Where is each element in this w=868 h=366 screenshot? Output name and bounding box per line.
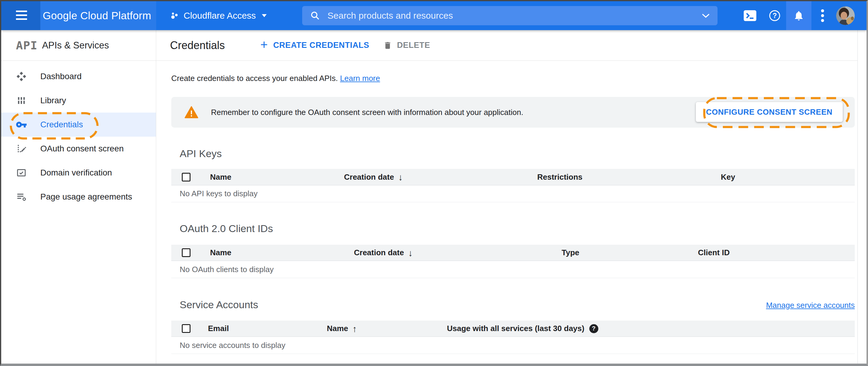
app-bar: Google Cloud Platform Cloudflare Access (1, 1, 867, 30)
api-logo: API (16, 39, 38, 52)
dashboard-icon (16, 70, 27, 83)
agreements-icon (16, 191, 27, 203)
trash-icon (383, 41, 392, 50)
oauth-clients-table-header: Name Creation date ↓ Type Client ID (171, 245, 855, 261)
column-header-email: Email (208, 321, 229, 336)
more-options-icon[interactable] (811, 1, 834, 30)
column-header-usage: Usage with all services (last 30 days) ? (447, 321, 598, 336)
learn-more-link[interactable]: Learn more (340, 74, 380, 83)
column-header-client-id: Client ID (698, 245, 730, 261)
column-label: Name (327, 324, 348, 333)
create-credentials-button[interactable]: + CREATE CREDENTIALS (260, 39, 369, 52)
delete-label: DELETE (397, 41, 430, 50)
sidebar-item-domain-verification[interactable]: Domain verification (1, 161, 156, 185)
search-input[interactable] (328, 10, 698, 21)
sidebar-item-label: Domain verification (40, 168, 112, 178)
delete-button[interactable]: DELETE (383, 41, 430, 50)
account-avatar[interactable] (836, 6, 855, 25)
column-header-creation-date[interactable]: Creation date ↓ (344, 169, 403, 185)
service-accounts-section-title: Service Accounts (180, 298, 258, 311)
column-header-type: Type (562, 245, 579, 261)
manage-service-accounts-link[interactable]: Manage service accounts (766, 301, 855, 311)
oauth-clients-empty-row: No OAuth clients to display (171, 261, 855, 278)
sort-asc-icon: ↑ (352, 324, 357, 334)
column-label: Usage with all services (last 30 days) (447, 324, 585, 333)
key-icon (16, 119, 27, 131)
product-logo-text[interactable]: Google Cloud Platform (43, 1, 151, 30)
notifications-bell-icon[interactable] (786, 1, 811, 30)
plus-icon: + (260, 39, 268, 51)
service-accounts-section-header: Service Accounts Manage service accounts (171, 298, 855, 311)
sidebar-item-label: Dashboard (40, 72, 82, 81)
sidebar-item-label: Credentials (40, 120, 83, 129)
warning-triangle-icon (185, 106, 198, 119)
gcp-console-window: Google Cloud Platform Cloudflare Access (0, 0, 868, 366)
sidebar-item-label: Page usage agreements (40, 192, 132, 202)
search-bar (302, 6, 717, 25)
intro-sentence: Create credentials to access your enable… (171, 74, 340, 83)
search-icon (310, 10, 320, 21)
sidebar-item-page-usage-agreements[interactable]: Page usage agreements (1, 185, 156, 209)
sidebar-nav: Dashboard Library Credentials (1, 61, 156, 364)
sort-desc-icon: ↓ (408, 248, 413, 258)
project-logo-icon (170, 11, 179, 21)
column-header-name: Name (210, 245, 231, 261)
sidebar-item-oauth-consent[interactable]: OAuth consent screen (1, 136, 156, 161)
library-icon (16, 94, 27, 106)
create-credentials-label: CREATE CREDENTIALS (273, 41, 369, 50)
select-all-checkbox[interactable] (182, 173, 190, 182)
sidebar-item-label: Library (40, 96, 66, 105)
column-label: Creation date (354, 248, 404, 257)
project-selector[interactable]: Cloudflare Access (170, 1, 267, 30)
banner-message: Remember to configure the OAuth consent … (211, 108, 523, 117)
sidebar-item-label: OAuth consent screen (40, 144, 124, 153)
service-accounts-table-header: Email Name ↑ Usage with all services (la… (171, 321, 855, 337)
page-toolbar: Credentials + CREATE CREDENTIALS DELETE (156, 30, 858, 61)
intro-text: Create credentials to access your enable… (171, 73, 855, 84)
service-accounts-table: Email Name ↑ Usage with all services (la… (171, 321, 855, 354)
sidebar-title: APIs & Services (42, 40, 109, 51)
configure-consent-screen-button[interactable]: CONFIGURE CONSENT SCREEN (696, 102, 843, 122)
help-glyph: ? (773, 12, 777, 20)
column-header-key: Key (721, 169, 735, 185)
usage-help-icon[interactable]: ? (589, 324, 598, 333)
project-caret-down-icon (262, 14, 267, 17)
sort-desc-icon: ↓ (398, 172, 403, 182)
column-header-name: Name (210, 169, 231, 185)
sub-header-row: API APIs & Services Credentials + CREATE… (1, 30, 858, 61)
api-keys-empty-row: No API keys to display (171, 185, 855, 202)
main-content: Create credentials to access your enable… (156, 61, 858, 364)
api-keys-section-title: API Keys (180, 147, 855, 160)
consent-screen-icon (16, 143, 27, 155)
oauth-clients-table: Name Creation date ↓ Type Client ID No O… (171, 245, 855, 278)
cloud-shell-icon[interactable] (738, 1, 762, 30)
help-glyph: ? (592, 325, 596, 332)
column-header-restrictions: Restrictions (537, 169, 582, 185)
column-header-creation-date[interactable]: Creation date ↓ (354, 245, 413, 261)
help-icon[interactable]: ? (763, 1, 787, 30)
search-chevron-down-icon[interactable] (702, 13, 710, 18)
oauth-clients-section-title: OAuth 2.0 Client IDs (180, 222, 855, 235)
select-all-checkbox[interactable] (182, 248, 190, 257)
sidebar-header: API APIs & Services (1, 30, 156, 61)
sidebar-item-dashboard[interactable]: Dashboard (1, 64, 156, 89)
service-accounts-empty-row: No service accounts to display (171, 337, 855, 354)
api-keys-table-header: Name Creation date ↓ Restrictions Key (171, 169, 855, 185)
page-title: Credentials (170, 39, 225, 52)
column-label: Creation date (344, 173, 394, 182)
domain-verification-icon (16, 167, 27, 179)
project-name: Cloudflare Access (184, 10, 256, 21)
hamburger-menu-icon[interactable] (16, 10, 27, 22)
sidebar-item-credentials[interactable]: Credentials (1, 113, 156, 136)
select-all-checkbox[interactable] (182, 324, 190, 333)
consent-warning-banner: Remember to configure the OAuth consent … (171, 97, 855, 128)
sidebar-item-library[interactable]: Library (1, 89, 156, 113)
scrollbar-gutter[interactable] (858, 30, 867, 364)
api-keys-table: Name Creation date ↓ Restrictions Key No… (171, 169, 855, 202)
column-header-name[interactable]: Name ↑ (327, 321, 357, 336)
